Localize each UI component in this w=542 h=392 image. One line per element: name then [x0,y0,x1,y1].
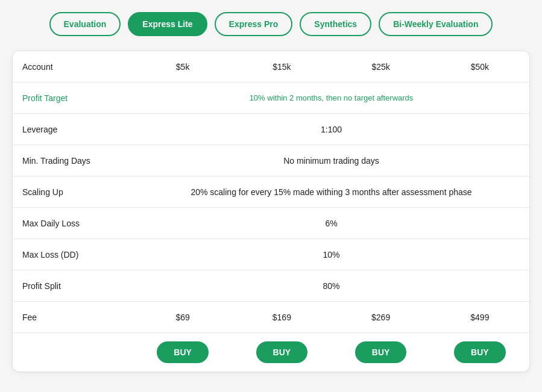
page-container: Evaluation Express Lite Express Pro Synt… [12,12,530,372]
profit-split-value: 80% [133,273,529,299]
leverage-value: 1:100 [133,116,529,143]
buy-button-50k[interactable]: BUY [454,341,506,363]
scaling-up-label: Scaling Up [13,179,133,205]
header-col1: $5k [133,54,232,80]
header-col3: $25k [332,54,430,80]
tab-express-pro[interactable]: Express Pro [215,12,293,36]
row-fee: Fee $69 $169 $269 $499 [13,302,529,333]
fee-col2: $169 [232,304,331,331]
min-trading-days-value: No minimum trading days [133,148,529,174]
table-header-row: Account $5k $15k $25k $50k [13,51,529,82]
pricing-card: Account $5k $15k $25k $50k Profit Target… [12,51,530,372]
row-max-loss-dd: Max Loss (DD) 10% [13,239,529,270]
pricing-table: Account $5k $15k $25k $50k Profit Target… [13,51,529,372]
row-min-trading-days: Min. Trading Days No minimum trading day… [13,145,529,176]
profit-target-value: 10% within 2 months, then no target afte… [133,85,529,111]
buy-row: BUY BUY BUY BUY [13,333,529,372]
profit-target-label: Profit Target [13,85,133,111]
buy-cell-4[interactable]: BUY [430,341,529,363]
max-loss-dd-label: Max Loss (DD) [13,241,133,268]
row-profit-target: Profit Target 10% within 2 months, then … [13,82,529,114]
max-loss-dd-value: 10% [133,241,529,268]
fee-label: Fee [13,304,133,331]
buy-button-5k[interactable]: BUY [157,341,209,363]
buy-button-25k[interactable]: BUY [355,341,407,363]
scaling-up-value: 20% scaling for every 15% made withing 3… [133,179,529,205]
header-account-label: Account [13,54,133,80]
tab-synthetics[interactable]: Synthetics [300,12,371,36]
tabs-container: Evaluation Express Lite Express Pro Synt… [12,12,530,36]
tab-express-lite[interactable]: Express Lite [128,12,207,36]
fee-col3: $269 [332,304,430,331]
leverage-label: Leverage [13,116,133,143]
tab-evaluation[interactable]: Evaluation [49,12,121,36]
fee-col1: $69 [133,304,232,331]
min-trading-days-label: Min. Trading Days [13,148,133,174]
max-daily-loss-value: 6% [133,210,529,237]
max-daily-loss-label: Max Daily Loss [13,210,133,237]
buy-cell-3[interactable]: BUY [332,341,430,363]
buy-cell-2[interactable]: BUY [232,341,331,363]
row-leverage: Leverage 1:100 [13,114,529,145]
row-scaling-up: Scaling Up 20% scaling for every 15% mad… [13,176,529,208]
fee-col4: $499 [430,304,529,331]
buy-button-15k[interactable]: BUY [256,341,308,363]
profit-split-label: Profit Split [13,273,133,299]
buy-cell-1[interactable]: BUY [133,341,232,363]
header-col4: $50k [430,54,529,80]
header-col2: $15k [232,54,331,80]
tab-bi-weekly-evaluation[interactable]: Bi-Weekly Evaluation [379,12,493,36]
row-max-daily-loss: Max Daily Loss 6% [13,208,529,239]
row-profit-split: Profit Split 80% [13,270,529,302]
